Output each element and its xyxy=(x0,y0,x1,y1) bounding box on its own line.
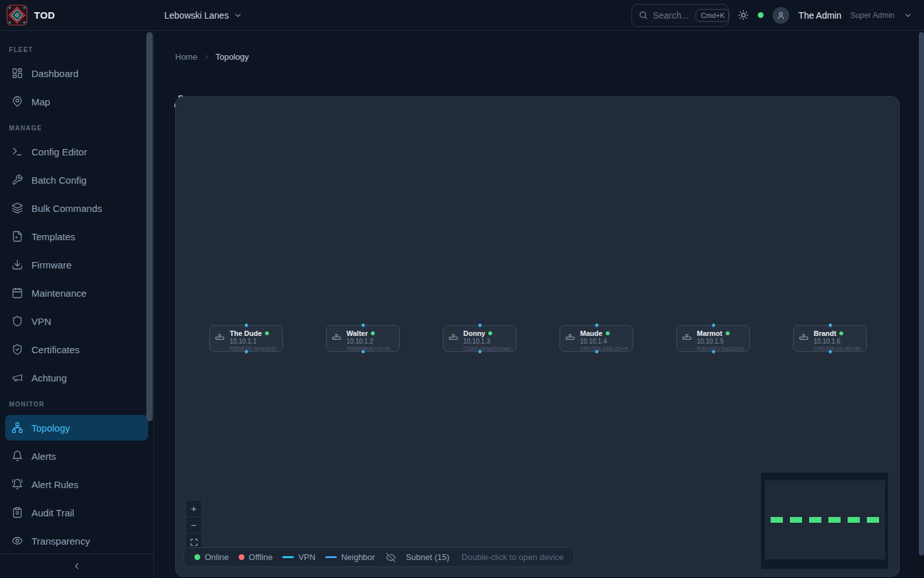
sidebar-item-maintenance[interactable]: Maintenance xyxy=(5,280,148,306)
user-role: Super Admin xyxy=(850,11,894,20)
sidebar-item-templates[interactable]: Templates xyxy=(5,223,148,249)
sidebar-item-label: Firmware xyxy=(31,259,72,270)
legend-subnet: Subnet (15) xyxy=(406,552,449,562)
device-node-the-dude[interactable]: The Dude10.10.1.1RBD53iG-5HacD2HnD xyxy=(209,325,283,352)
bell-ring-icon xyxy=(12,478,23,490)
sidebar-item-map[interactable]: Map xyxy=(5,89,148,114)
bell-icon xyxy=(12,450,23,462)
topology-canvas[interactable]: The Dude10.10.1.1RBD53iG-5HacD2HnDWalter… xyxy=(175,96,900,577)
sidebar-item-batch-config[interactable]: Batch Config xyxy=(5,167,148,193)
sidebar-item-achtung[interactable]: Achtung xyxy=(5,365,148,390)
sidebar-item-topology[interactable]: Topology xyxy=(5,415,148,441)
chevron-right-icon xyxy=(203,53,210,61)
avatar[interactable] xyxy=(773,7,789,24)
legend-online: Online xyxy=(194,552,229,562)
node-text: Brandt10.10.1.6CRS309-1G-8S+IN xyxy=(814,329,860,352)
sidebar-section-label: FLEET xyxy=(5,46,148,55)
search-box[interactable]: Cmd+K xyxy=(631,4,729,27)
node-handle-top[interactable] xyxy=(361,323,365,328)
node-handle-bottom[interactable] xyxy=(244,349,248,354)
calendar-icon xyxy=(12,287,23,299)
sidebar-item-label: Map xyxy=(31,96,50,107)
node-handle-bottom[interactable] xyxy=(477,349,482,354)
node-handle-top[interactable] xyxy=(244,323,248,328)
legend-offline: Offline xyxy=(239,552,273,562)
map-pin-icon xyxy=(12,96,23,107)
wrench-icon xyxy=(12,174,23,186)
device-online-dot xyxy=(265,331,269,335)
device-node-maude[interactable]: Maude10.10.1.4CRS326-24G-2S+RM xyxy=(560,325,633,352)
megaphone-icon xyxy=(12,372,23,383)
vpn-line-icon xyxy=(282,556,294,558)
node-handle-top[interactable] xyxy=(828,323,832,328)
sidebar-item-config-editor[interactable]: Config Editor xyxy=(5,139,148,164)
sidebar-item-vpn[interactable]: VPN xyxy=(5,308,148,334)
sidebar-item-bulk-commands[interactable]: Bulk Commands xyxy=(5,195,148,221)
sidebar-scrollbar[interactable] xyxy=(146,32,153,421)
file-icon xyxy=(12,231,23,242)
dashboard-icon xyxy=(12,67,23,79)
device-node-walter[interactable]: Walter10.10.1.2RB5009UG+S+IN xyxy=(326,325,400,352)
device-ip: 10.10.1.5 xyxy=(697,338,744,345)
router-icon xyxy=(215,331,225,341)
search-icon xyxy=(638,10,648,20)
device-node-brandt[interactable]: Brandt10.10.1.6CRS309-1G-8S+IN xyxy=(793,325,867,352)
sidebar-item-label: Certificates xyxy=(31,344,80,355)
device-name: Walter xyxy=(346,329,368,337)
user-menu-chevron-down-icon[interactable] xyxy=(903,11,912,20)
minimap-node-mark xyxy=(828,517,841,523)
sidebar-item-firmware[interactable]: Firmware xyxy=(5,252,148,277)
node-handle-top[interactable] xyxy=(477,323,482,328)
legend-vpn-label: VPN xyxy=(298,552,316,562)
node-handle-bottom[interactable] xyxy=(594,349,599,354)
device-node-donny[interactable]: Donny10.10.1.3C52iG-5HaxD2HaxD-US xyxy=(443,325,517,352)
sidebar-item-alerts[interactable]: Alerts xyxy=(5,443,148,469)
sidebar-item-label: Bulk Commands xyxy=(31,203,102,214)
sidebar-item-label: Dashboard xyxy=(31,68,78,79)
page-scrollbar[interactable] xyxy=(919,31,924,578)
minimap-node-mark xyxy=(867,517,879,523)
minimap[interactable] xyxy=(761,473,888,569)
router-icon xyxy=(682,331,692,341)
device-node-marmot[interactable]: Marmot10.10.1.5RBcAPGi-5acD2nD xyxy=(676,325,750,352)
sidebar-item-label: Transparency xyxy=(31,536,90,547)
eye-off-icon[interactable] xyxy=(386,552,396,563)
node-handle-top[interactable] xyxy=(594,323,599,328)
zoom-out-button[interactable]: − xyxy=(186,517,201,534)
sidebar-item-label: Templates xyxy=(31,231,75,242)
org-selector-label: Lebowski Lanes xyxy=(164,10,228,21)
page-scrollbar-thumb[interactable] xyxy=(919,32,924,556)
node-handle-top[interactable] xyxy=(711,323,715,328)
breadcrumb: Home Topology xyxy=(175,52,249,62)
legend-online-label: Online xyxy=(205,552,229,562)
zoom-controls: + − xyxy=(185,500,202,551)
router-icon xyxy=(332,331,341,341)
node-handle-bottom[interactable] xyxy=(361,349,365,354)
download-icon xyxy=(12,259,23,270)
connection-status-dot xyxy=(758,12,764,18)
sidebar-item-certificates[interactable]: Certificates xyxy=(5,337,148,362)
sidebar-collapse-button[interactable] xyxy=(0,554,153,578)
device-online-dot xyxy=(606,331,610,335)
org-selector[interactable]: Lebowski Lanes xyxy=(164,10,243,21)
sidebar-item-dashboard[interactable]: Dashboard xyxy=(5,60,148,86)
sidebar-item-alert-rules[interactable]: Alert Rules xyxy=(5,471,148,497)
zoom-in-button[interactable]: + xyxy=(186,500,201,517)
topology-icon xyxy=(12,422,23,434)
sidebar-item-audit-trail[interactable]: Audit Trail xyxy=(5,500,148,525)
node-handle-bottom[interactable] xyxy=(711,349,715,354)
breadcrumb-home[interactable]: Home xyxy=(175,52,198,62)
sidebar: FLEETDashboardMapMANAGEConfig EditorBatc… xyxy=(0,31,154,578)
online-dot-icon xyxy=(194,554,200,560)
chevron-left-icon xyxy=(72,561,81,571)
node-handle-bottom[interactable] xyxy=(828,349,832,354)
router-icon xyxy=(799,331,809,341)
theme-toggle-sun-icon[interactable] xyxy=(738,10,749,21)
legend-subnet-label: Subnet (15) xyxy=(406,552,449,562)
sidebar-item-transparency[interactable]: Transparency xyxy=(5,528,148,554)
layers-icon xyxy=(12,202,23,214)
device-ip: 10.10.1.1 xyxy=(230,338,277,345)
sidebar-item-label: VPN xyxy=(31,316,51,327)
device-model: CRS309-1G-8S+IN xyxy=(814,346,860,352)
search-input[interactable] xyxy=(653,10,691,21)
